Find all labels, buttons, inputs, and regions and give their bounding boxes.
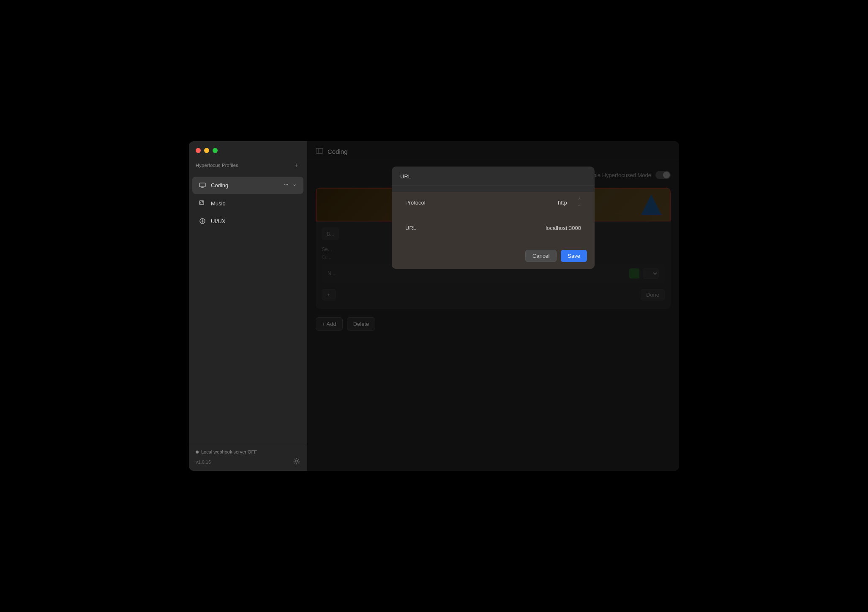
sidebar-item-coding[interactable]: Coding <box>192 177 303 194</box>
sidebar-item-music[interactable]: Music <box>192 195 303 212</box>
svg-point-8 <box>202 221 203 222</box>
svg-point-1 <box>284 184 285 185</box>
modal-overlay: URL Protocol http https ftp ⌃⌄ <box>307 141 679 471</box>
app-window: Hyperfocus Profiles + Coding <box>189 141 679 471</box>
url-label: URL <box>405 225 416 231</box>
sidebar-item-uiux-label: UI/UX <box>211 218 298 224</box>
url-dialog-outer: URL Protocol http https ftp ⌃⌄ <box>392 167 595 269</box>
protocol-row: Protocol http https ftp ⌃⌄ <box>398 192 589 213</box>
svg-point-3 <box>287 184 288 185</box>
minimize-button[interactable] <box>204 148 209 153</box>
svg-point-9 <box>296 460 298 462</box>
sidebar-item-music-label: Music <box>211 200 298 207</box>
cancel-button[interactable]: Cancel <box>525 250 557 262</box>
main-content: Coding Enable Hyperfocused Mode <box>307 141 679 471</box>
sidebar-item-actions <box>282 181 298 190</box>
protocol-value-container: http https ftp ⌃⌄ <box>558 198 581 207</box>
add-profile-button[interactable]: + <box>292 161 300 169</box>
protocol-label: Protocol <box>405 199 426 206</box>
save-button[interactable]: Save <box>561 250 587 262</box>
maximize-button[interactable] <box>213 148 218 153</box>
monitor-icon <box>198 181 207 190</box>
webhook-label: Local webhook server OFF <box>201 449 257 454</box>
sidebar-item-uiux[interactable]: UI/UX <box>192 213 303 230</box>
url-input[interactable] <box>513 225 581 231</box>
webhook-dot <box>196 451 199 454</box>
sidebar-header: Hyperfocus Profiles + <box>189 158 307 174</box>
version-text: v1.0.16 <box>196 459 211 464</box>
sidebar-items: Coding <box>189 174 307 444</box>
sidebar-header-label: Hyperfocus Profiles <box>196 163 238 168</box>
sidebar-footer: Local webhook server OFF v1.0.16 <box>189 444 307 471</box>
svg-rect-0 <box>199 183 205 187</box>
url-sub-dialog: Protocol http https ftp ⌃⌄ URL <box>392 192 595 269</box>
url-dialog-title: URL <box>392 167 595 186</box>
close-button[interactable] <box>196 148 201 153</box>
compass-icon <box>198 217 207 225</box>
settings-button[interactable] <box>293 458 300 466</box>
webhook-status: Local webhook server OFF <box>196 449 300 454</box>
version-row: v1.0.16 <box>196 458 300 466</box>
music-icon <box>198 199 207 208</box>
sidebar-item-chevron-button[interactable] <box>292 182 298 189</box>
svg-point-2 <box>286 184 287 185</box>
protocol-chevron-icon: ⌃⌄ <box>578 198 581 207</box>
url-row: URL <box>398 219 589 237</box>
sidebar-item-coding-label: Coding <box>211 182 278 189</box>
protocol-select[interactable]: http https ftp <box>558 199 576 206</box>
titlebar <box>189 141 307 158</box>
sidebar: Hyperfocus Profiles + Coding <box>189 141 307 471</box>
sidebar-item-options-button[interactable] <box>282 181 290 190</box>
dialog-buttons: Cancel Save <box>392 243 595 269</box>
